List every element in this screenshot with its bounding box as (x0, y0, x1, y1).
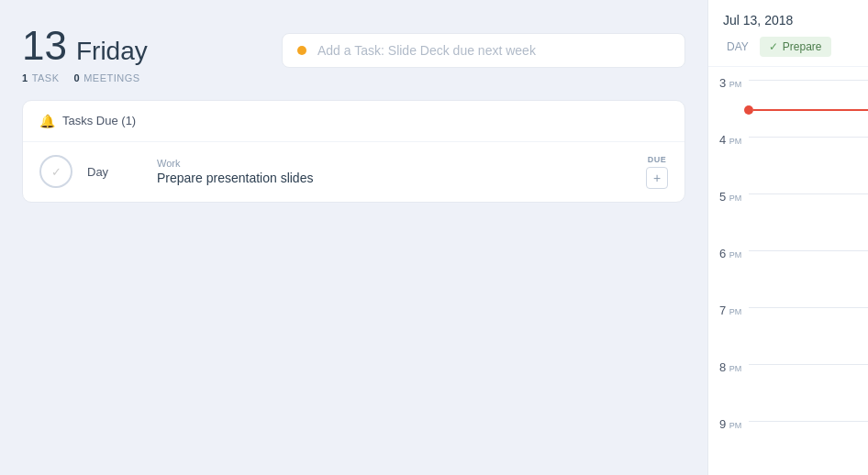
table-row: ✓ Day Work Prepare presentation slides D… (23, 142, 684, 202)
task-info: Work Prepare presentation slides (157, 158, 631, 185)
task-time: Day (87, 165, 142, 179)
tasks-header: 🔔 Tasks Due (1) (23, 101, 684, 142)
day-number: 13 (22, 26, 67, 66)
task-label: TASK (32, 72, 60, 83)
due-label: DUE (648, 155, 667, 164)
add-task-bar[interactable]: Add a Task: Slide Deck due next week (282, 33, 685, 68)
time-slots: 3 PM 4 PM 5 PM 6 PM (708, 67, 868, 475)
current-line (753, 109, 868, 111)
tasks-section: 🔔 Tasks Due (1) ✓ Day Work Prepare prese… (22, 100, 685, 203)
tasks-due-label: Tasks Due (1) (62, 114, 136, 127)
time-slot: 8 PM (708, 351, 868, 408)
time-label: 3 PM (719, 67, 741, 90)
time-line (749, 307, 868, 308)
tab-prepare-label: Prepare (783, 40, 822, 53)
check-icon: ✓ (51, 165, 61, 179)
time-slot: 9 PM (708, 408, 868, 465)
add-task-placeholder: Add a Task: Slide Deck due next week (317, 43, 536, 58)
tab-prepare[interactable]: ✓ Prepare (760, 37, 831, 57)
time-slot: 4 PM (708, 124, 868, 181)
task-stat: 1 TASK (22, 72, 60, 83)
meeting-label: MEETINGS (83, 72, 139, 83)
time-line (749, 421, 868, 422)
tab-day[interactable]: DAY (723, 39, 752, 55)
time-sub: PM (727, 307, 741, 316)
time-line (749, 193, 868, 194)
time-label: 8 PM (719, 351, 741, 374)
current-time-indicator (749, 105, 868, 115)
time-slot: 5 PM (708, 181, 868, 238)
time-sub: PM (727, 421, 741, 430)
time-slot: 7 PM (708, 294, 868, 351)
view-tabs: DAY ✓ Prepare (723, 37, 853, 57)
time-line (749, 137, 868, 138)
right-header: Jul 13, 2018 DAY ✓ Prepare (708, 0, 868, 67)
time-line (749, 80, 868, 81)
task-title: Prepare presentation slides (157, 171, 631, 185)
day-stats: 1 TASK 0 MEETINGS (22, 72, 148, 83)
time-sub: PM (727, 250, 741, 260)
task-count: 1 (22, 72, 28, 83)
task-category: Work (157, 158, 631, 169)
right-date: Jul 13, 2018 (723, 13, 853, 28)
time-sub: PM (727, 137, 741, 146)
time-sub: PM (727, 364, 741, 373)
time-label: 4 PM (719, 124, 741, 147)
time-slot: 6 PM (708, 238, 868, 294)
time-label: 9 PM (719, 408, 741, 431)
due-button[interactable]: + (646, 167, 668, 189)
task-circle[interactable]: ✓ (39, 155, 72, 188)
time-label: 6 PM (719, 238, 741, 260)
check-icon: ✓ (769, 40, 778, 53)
dot-yellow (297, 46, 306, 55)
due-badge: DUE + (646, 155, 668, 189)
time-sub: PM (727, 80, 741, 89)
day-title: 13 Friday 1 TASK 0 MEETINGS (22, 26, 148, 83)
meeting-count: 0 (74, 72, 81, 83)
time-slot: 3 PM (708, 67, 868, 124)
meeting-stat: 0 MEETINGS (74, 72, 140, 83)
time-label: 5 PM (719, 181, 741, 204)
current-dot (744, 105, 753, 115)
time-label: 7 PM (719, 294, 741, 317)
plus-icon: + (653, 171, 661, 185)
time-sub: PM (727, 193, 741, 203)
bell-icon: 🔔 (39, 114, 55, 128)
header-section: 13 Friday 1 TASK 0 MEETINGS Add a Task: … (22, 26, 685, 83)
day-name: Friday (76, 36, 148, 67)
time-line (749, 364, 868, 365)
time-line (749, 250, 868, 251)
left-panel: 13 Friday 1 TASK 0 MEETINGS Add a Task: … (0, 0, 707, 475)
right-panel: Jul 13, 2018 DAY ✓ Prepare 3 PM 4 PM (707, 0, 868, 475)
